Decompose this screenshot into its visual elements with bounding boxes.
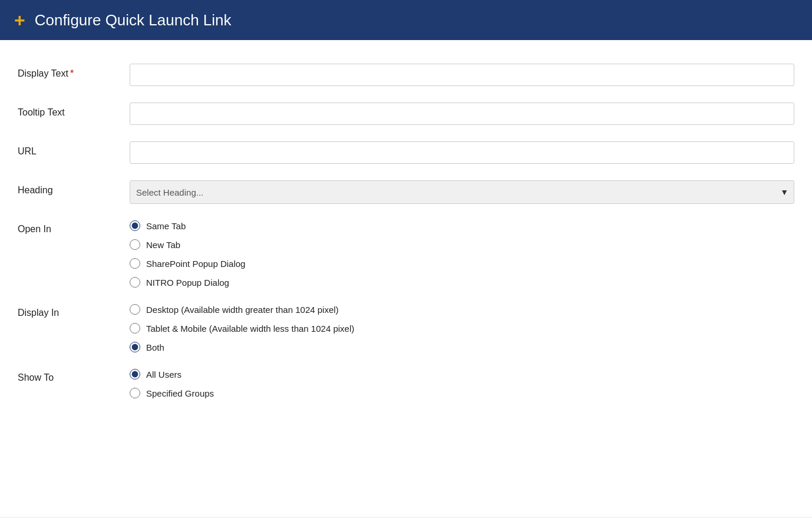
url-row: URL: [18, 141, 794, 164]
show-to-specified-groups-label: Specified Groups: [146, 388, 214, 398]
show-to-all-users-radio[interactable]: [130, 369, 140, 380]
tooltip-text-input[interactable]: [130, 103, 794, 125]
show-to-specified-groups[interactable]: Specified Groups: [130, 388, 794, 398]
display-text-row: Display Text*: [18, 64, 794, 86]
show-to-row: Show To All Users Specified Groups: [18, 369, 794, 398]
display-in-desktop-radio[interactable]: [130, 304, 140, 315]
display-in-desktop[interactable]: Desktop (Available width greater than 10…: [130, 304, 794, 315]
required-indicator: *: [70, 68, 74, 78]
open-in-same-tab-label: Same Tab: [146, 221, 186, 231]
show-to-all-users-label: All Users: [146, 369, 181, 380]
display-in-tablet-mobile-radio[interactable]: [130, 323, 140, 334]
url-label: URL: [18, 141, 130, 157]
heading-label: Heading: [18, 180, 130, 196]
display-text-input[interactable]: [130, 64, 794, 86]
heading-row: Heading Select Heading... ▼: [18, 180, 794, 204]
open-in-sharepoint-popup-radio[interactable]: [130, 258, 140, 269]
display-in-tablet-mobile[interactable]: Tablet & Mobile (Available width less th…: [130, 323, 794, 334]
display-in-radio-group: Desktop (Available width greater than 10…: [130, 304, 794, 352]
open-in-new-tab[interactable]: New Tab: [130, 239, 794, 250]
open-in-nitro-popup-label: NITRO Popup Dialog: [146, 278, 229, 288]
show-to-all-users[interactable]: All Users: [130, 369, 794, 380]
open-in-row: Open In Same Tab New Tab SharePoint Popu…: [18, 220, 794, 288]
page-title: Configure Quick Launch Link: [35, 11, 232, 29]
show-to-specified-groups-radio[interactable]: [130, 388, 140, 398]
open-in-new-tab-label: New Tab: [146, 240, 180, 250]
open-in-new-tab-radio[interactable]: [130, 239, 140, 250]
display-in-tablet-mobile-label: Tablet & Mobile (Available width less th…: [146, 324, 354, 334]
open-in-control: Same Tab New Tab SharePoint Popup Dialog…: [130, 220, 794, 288]
tooltip-text-row: Tooltip Text: [18, 103, 794, 125]
display-in-control: Desktop (Available width greater than 10…: [130, 304, 794, 352]
url-input[interactable]: [130, 141, 794, 164]
display-text-label: Display Text*: [18, 64, 130, 79]
show-to-radio-group: All Users Specified Groups: [130, 369, 794, 398]
heading-select-wrapper: Select Heading... ▼: [130, 180, 794, 204]
display-in-both-label: Both: [146, 342, 164, 352]
open-in-sharepoint-popup-label: SharePoint Popup Dialog: [146, 259, 245, 269]
display-text-control: [130, 64, 794, 86]
open-in-sharepoint-popup[interactable]: SharePoint Popup Dialog: [130, 258, 794, 269]
display-in-row: Display In Desktop (Available width grea…: [18, 304, 794, 352]
display-in-both[interactable]: Both: [130, 342, 794, 352]
tooltip-text-label: Tooltip Text: [18, 103, 130, 118]
open-in-nitro-popup-radio[interactable]: [130, 277, 140, 288]
tooltip-text-control: [130, 103, 794, 125]
plus-icon: +: [14, 11, 25, 29]
url-control: [130, 141, 794, 164]
open-in-same-tab[interactable]: Same Tab: [130, 220, 794, 231]
open-in-radio-group: Same Tab New Tab SharePoint Popup Dialog…: [130, 220, 794, 288]
heading-select[interactable]: Select Heading...: [130, 180, 794, 204]
heading-control: Select Heading... ▼: [130, 180, 794, 204]
display-in-desktop-label: Desktop (Available width greater than 10…: [146, 305, 339, 315]
form-container: Display Text* Tooltip Text URL Heading: [0, 40, 812, 517]
page-header: + Configure Quick Launch Link: [0, 0, 812, 40]
open-in-label: Open In: [18, 220, 130, 235]
display-in-label: Display In: [18, 304, 130, 318]
show-to-control: All Users Specified Groups: [130, 369, 794, 398]
open-in-same-tab-radio[interactable]: [130, 220, 140, 231]
display-in-both-radio[interactable]: [130, 342, 140, 352]
open-in-nitro-popup[interactable]: NITRO Popup Dialog: [130, 277, 794, 288]
show-to-label: Show To: [18, 369, 130, 383]
